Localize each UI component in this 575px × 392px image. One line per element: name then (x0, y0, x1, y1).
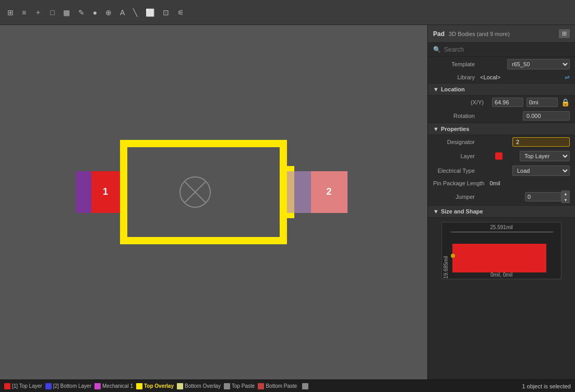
xy-label: (X/Y) (442, 99, 489, 105)
layer-item-top[interactable]: [1] Top Layer (4, 383, 42, 389)
rotation-label: Rotation (433, 113, 480, 119)
layer-dot-bottom (45, 383, 52, 389)
pad1-red[interactable]: 1 (91, 171, 120, 213)
filter-value-label: 3D Bodies (and 9 more) (449, 31, 559, 37)
designator-input[interactable] (512, 137, 570, 147)
toolbar-draw-btn[interactable]: ✎ (75, 6, 88, 19)
toolbar-misc-btn[interactable]: ⚟ (174, 6, 187, 19)
pad-type-label: Pad (433, 30, 445, 38)
chart-height-label: 19.685mil (443, 222, 449, 279)
layer-top-label: [1] Top Layer (12, 383, 42, 389)
designator-label: Designator (433, 139, 480, 145)
lock-icon[interactable]: 🔒 (561, 98, 570, 106)
toolbar-target-btn[interactable]: ⊡ (160, 6, 172, 19)
pin-package-length-label: Pin Package Length (433, 180, 489, 186)
layer-top-paste-label: Top Paste (232, 383, 255, 389)
layer-color-dot (495, 152, 502, 160)
search-input[interactable] (444, 46, 570, 53)
library-label: Library (433, 74, 480, 80)
properties-section-header: ▼ Properties (428, 123, 575, 135)
component-body: 1 2 (120, 140, 287, 244)
size-title: Size and Shape (441, 208, 483, 215)
toolbar-rect-btn[interactable]: ⬜ (142, 6, 158, 19)
chart-origin-dot (451, 254, 455, 258)
chart-arrow-h (452, 232, 552, 232)
layer-dot-extra (302, 383, 308, 389)
layer-dot-top-paste (224, 383, 230, 389)
toolbar-list-btn[interactable]: ≡ (19, 6, 29, 19)
right-panel: Pad 3D Bodies (and 9 more) ⊞ 🔍 Template … (427, 25, 575, 379)
selection-status: 1 object is selected (522, 383, 571, 389)
toolbar-cross-btn[interactable]: ⊕ (102, 6, 115, 19)
electrical-type-row: Electrical Type Load (428, 163, 575, 178)
location-title: Location (441, 86, 465, 92)
layer-select[interactable]: Top Layer (520, 151, 570, 161)
jumper-decrement-btn[interactable]: ▼ (561, 197, 570, 203)
canvas-area[interactable]: 1 2 (0, 25, 427, 379)
rotation-input[interactable] (523, 111, 570, 121)
link-icon[interactable]: ⇌ (565, 74, 570, 81)
size-section-header: ▼ Size and Shape (428, 205, 575, 218)
chart-red-bar (452, 244, 546, 272)
template-label: Template (433, 61, 480, 67)
y-input[interactable] (526, 98, 558, 107)
library-value: <Local> (480, 74, 565, 80)
panel-header: Pad 3D Bodies (and 9 more) ⊞ (428, 25, 575, 43)
size-collapse-icon: ▼ (433, 208, 439, 215)
search-icon: 🔍 (433, 46, 441, 53)
jumper-label: Jumper (433, 194, 480, 200)
chart-width-label: 25.591mil (442, 224, 561, 230)
jumper-spinner: ▲ ▼ (525, 191, 570, 203)
layer-mechanical-label: Mechanical 1 (102, 383, 133, 389)
layer-dot-bottom-paste (258, 383, 264, 389)
pin-package-length-row: Pin Package Length 0mil (428, 178, 575, 188)
template-select[interactable]: r65_50 (507, 59, 570, 69)
location-section-header: ▼ Location (428, 83, 575, 96)
layer-dot-top-overlay (136, 383, 142, 389)
layer-bottom-label: [2] Bottom Layer (53, 383, 91, 389)
properties-title: Properties (441, 126, 469, 132)
pad-2: 2 (287, 171, 355, 213)
layer-item-bottom-overlay[interactable]: Bottom Overlay (177, 383, 221, 389)
toolbar: ⊞ ≡ ＋ □ ▦ ✎ ● ⊕ A ╲ ⬜ ⊡ ⚟ (0, 0, 575, 25)
layer-dot-top (4, 383, 10, 389)
status-bar: [1] Top Layer [2] Bottom Layer Mechanica… (0, 379, 575, 392)
toolbar-select-btn[interactable]: □ (47, 6, 57, 19)
template-row: Template r65_50 (428, 57, 575, 72)
layer-item-mechanical[interactable]: Mechanical 1 (94, 383, 133, 389)
toolbar-line-btn[interactable]: ╲ (130, 6, 140, 19)
layer-top-overlay-label: Top Overlay (144, 383, 174, 389)
pad1-label: 1 (103, 186, 108, 197)
component-inner (127, 147, 263, 237)
jumper-increment-btn[interactable]: ▲ (561, 191, 570, 197)
toolbar-filter-btn[interactable]: ⊞ (4, 6, 17, 19)
jumper-row: Jumper ▲ ▼ (428, 188, 575, 205)
search-box: 🔍 (428, 43, 575, 57)
jumper-spinner-buttons: ▲ ▼ (561, 191, 570, 203)
x-input[interactable] (492, 98, 523, 107)
collapse-icon: ▼ (433, 86, 439, 92)
layer-dot-mechanical (94, 383, 101, 389)
pad2-lavender (287, 171, 311, 213)
toolbar-grid-btn[interactable]: ▦ (60, 6, 73, 19)
layer-item-bottom[interactable]: [2] Bottom Layer (45, 383, 91, 389)
layer-bottom-overlay-label: Bottom Overlay (185, 383, 221, 389)
designator-row: Designator (428, 135, 575, 149)
layer-item-top-overlay[interactable]: Top Overlay (136, 383, 174, 389)
library-row: Library <Local> ⇌ (428, 72, 575, 83)
layer-item-bottom-paste[interactable]: Bottom Paste (258, 383, 297, 389)
props-collapse-icon: ▼ (433, 126, 439, 132)
layer-row: Layer Top Layer (428, 149, 575, 163)
jumper-input[interactable] (525, 192, 561, 201)
electrical-type-select[interactable]: Load (512, 165, 570, 176)
pad2-pink[interactable]: 2 (311, 171, 348, 213)
toolbar-circle-btn[interactable]: ● (90, 6, 100, 19)
filter-button[interactable]: ⊞ (559, 29, 570, 38)
pad1-purple (76, 171, 91, 213)
layer-item-top-paste[interactable]: Top Paste (224, 383, 255, 389)
pad2-label: 2 (326, 186, 331, 197)
toolbar-add-btn[interactable]: ＋ (31, 6, 45, 19)
layer-bottom-paste-label: Bottom Paste (266, 383, 297, 389)
electrical-type-label: Electrical Type (433, 168, 480, 174)
toolbar-text-btn[interactable]: A (117, 6, 128, 19)
